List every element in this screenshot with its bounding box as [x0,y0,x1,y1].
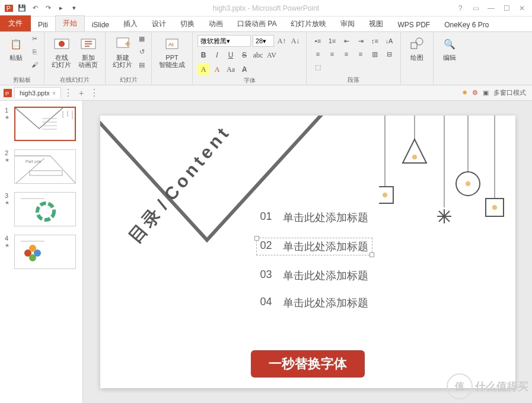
align-center-button[interactable]: ≡ [326,48,339,60]
tab-review[interactable]: 审阅 [333,17,362,31]
group-drawing: 绘图 [401,32,434,85]
title-bar: P 💾 ↶ ↷ ▸ ▾ high3.pptx - Microsoft Power… [0,0,532,17]
gear-icon[interactable]: ✹ [462,89,467,97]
thumbnail-4[interactable] [14,235,76,269]
slide-canvas[interactable]: 目录/Content 01单击此处添加标题 02单击此处添加标题 03单击此处添… [83,101,532,403]
powerpoint-icon: P [4,3,14,14]
text-direction-button[interactable]: ↓A [383,35,396,47]
tab-more-icon[interactable]: ⋮ [90,87,99,98]
new-animation-page-button[interactable]: 新加 动画页 [76,34,100,69]
minimize-icon[interactable]: — [487,4,495,12]
qat-more-icon[interactable]: ▾ [69,3,79,14]
hanging-lights-decoration [379,116,509,246]
help-icon[interactable]: ? [456,4,464,12]
online-slides-button[interactable]: 在线 幻灯片 [49,34,74,69]
thumbnail-1[interactable] [14,107,76,141]
font-name-combo[interactable]: 微软雅黑 ▾ [197,35,251,47]
tab-piti[interactable]: Piti [31,18,55,31]
char-spacing-button[interactable]: AV [266,49,278,61]
tab-islide[interactable]: iSlide [85,18,116,31]
reset-icon[interactable]: ↺ [137,47,146,56]
tab-home[interactable]: 开始 [55,15,85,31]
group-online-slides: 在线 幻灯片 新加 动画页 在线幻灯片 [44,32,106,85]
align-text-button[interactable]: ⊟ [383,48,396,60]
save-icon[interactable]: 💾 [17,3,27,14]
svg-text:AI: AI [168,41,174,47]
close-icon[interactable]: ✕ [518,4,526,12]
ribbon-options-icon[interactable]: ▭ [472,4,480,12]
drawing-button[interactable]: 绘图 [406,34,428,62]
multi-window-icon: ▣ [483,89,489,97]
tab-options-icon[interactable]: ⋮ [63,87,73,98]
shapes-icon [408,35,426,53]
tab-insert[interactable]: 插入 [116,17,145,31]
slide[interactable]: 目录/Content 01单击此处添加标题 02单击此处添加标题 03单击此处添… [100,116,515,388]
indent-decrease-button[interactable]: ⇤ [340,35,353,47]
tab-design[interactable]: 设计 [145,17,173,31]
undo-icon[interactable]: ↶ [30,3,40,14]
document-tab[interactable]: high3.pptx × [14,87,61,98]
tab-animation[interactable]: 动画 [202,17,230,31]
tab-file[interactable]: 文件 [0,15,31,31]
format-painter-icon[interactable]: 🖌 [30,60,39,69]
font-size-combo[interactable]: 28 ▾ [253,35,274,47]
ppt-smart-gen-button[interactable]: AI PPT 智能生成 [157,34,187,69]
multi-window-label[interactable]: 多窗口模式 [493,88,526,97]
change-case-button[interactable]: Aa [225,63,237,75]
tab-transition[interactable]: 切换 [173,17,202,31]
tab-slideshow[interactable]: 幻灯片放映 [283,17,333,31]
shadow-button[interactable]: abc [252,49,264,61]
align-right-button[interactable]: ≡ [340,48,353,60]
italic-button[interactable]: I [211,49,223,61]
editing-button[interactable]: 🔍 编辑 [438,34,461,62]
toc-item-1[interactable]: 01单击此处添加标题 [260,210,372,225]
justify-button[interactable]: ≡ [354,48,367,60]
toc-list: 01单击此处添加标题 02单击此处添加标题 03单击此处添加标题 04单击此处添… [260,210,372,323]
tab-view[interactable]: 视图 [362,17,390,31]
close-tab-icon[interactable]: × [52,89,56,97]
numbering-button[interactable]: 1≡ [326,35,339,47]
layout-icon[interactable]: ▦ [137,34,146,43]
clear-format-button[interactable]: A̷ [238,63,250,75]
increase-font-icon[interactable]: A↑ [276,35,288,47]
add-tab-button[interactable]: + [75,88,87,98]
new-slide-button[interactable]: 新建 幻灯片 [110,34,135,69]
svg-rect-8 [411,43,417,49]
thumbnail-3[interactable] [14,192,76,226]
svg-point-21 [37,203,54,220]
ppt-gen-icon: AI [163,35,181,53]
thumbnail-2[interactable]: Part one [14,149,76,184]
font-color-button[interactable]: A [211,63,223,75]
align-left-button[interactable]: ≡ [311,48,324,60]
settings-icon[interactable]: ⚙ [472,89,478,97]
tab-pocket[interactable]: 口袋动画 PA [230,17,283,31]
svg-point-41 [466,181,470,186]
group-editing: 🔍 编辑 [434,32,466,85]
bold-button[interactable]: B [197,49,209,61]
line-spacing-button[interactable]: ↕≡ [368,35,381,47]
redo-icon[interactable]: ↷ [43,3,53,14]
decrease-font-icon[interactable]: A↓ [289,35,301,47]
tab-wps[interactable]: WPS PDF [390,18,437,31]
cut-icon[interactable]: ✂ [30,34,39,43]
copy-icon[interactable]: ⎘ [30,47,39,56]
start-slideshow-icon[interactable]: ▸ [56,3,66,14]
svg-point-25 [29,245,36,252]
paste-button[interactable]: 📋 粘贴 [5,34,27,62]
underline-button[interactable]: U [225,49,237,61]
strikethrough-button[interactable]: S [238,49,250,61]
maximize-icon[interactable]: ☐ [502,4,511,12]
columns-button[interactable]: ▥ [368,48,381,60]
toc-item-3[interactable]: 03单击此处添加标题 [260,268,372,283]
convert-smartart-button[interactable]: ⬚ [311,61,324,73]
find-icon: 🔍 [441,35,458,53]
highlight-button[interactable]: A [197,63,209,75]
svg-point-44 [492,205,497,210]
new-slide-icon [114,35,132,53]
bullets-button[interactable]: •≡ [311,35,324,47]
section-icon[interactable]: ▤ [137,60,146,69]
toc-item-4[interactable]: 04单击此处添加标题 [260,296,372,310]
tab-onekey[interactable]: OneKey 6 Pro [437,18,496,31]
toc-item-2-selected[interactable]: 02单击此处添加标题 [256,238,372,255]
indent-increase-button[interactable]: ⇥ [354,35,367,47]
